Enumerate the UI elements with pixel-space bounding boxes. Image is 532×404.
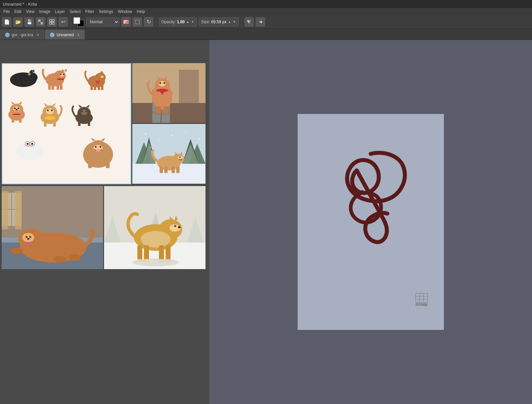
save-icon: 💾 (27, 19, 32, 25)
right-pane[interactable]: 123456 (209, 40, 532, 404)
svg-point-170 (175, 225, 176, 226)
svg-point-24 (63, 74, 64, 75)
color-swatches[interactable] (73, 17, 84, 27)
svg-rect-94 (179, 70, 199, 103)
svg-rect-18 (48, 84, 51, 90)
svg-rect-65 (78, 121, 80, 126)
title-text: Unnamed * - Krita (3, 2, 37, 7)
refresh-button[interactable]: ↻ (144, 17, 153, 27)
menu-view[interactable]: View (24, 9, 37, 15)
size-group: Size: 69.59 px ▲ ▼ (199, 18, 239, 26)
transform-icon (135, 19, 140, 25)
svg-marker-6 (249, 20, 251, 24)
menu-filter[interactable]: Filter (83, 9, 96, 15)
svg-point-130 (159, 140, 160, 141)
svg-rect-89 (88, 163, 92, 168)
svg-rect-20 (57, 84, 59, 90)
photo-snowy-forest-svg (132, 124, 205, 184)
menu-window[interactable]: Window (116, 9, 134, 15)
tab-unnamed-close[interactable]: × (77, 33, 80, 37)
transform-button[interactable] (133, 17, 142, 27)
menu-edit[interactable]: Edit (12, 9, 23, 15)
photo-shiba-standing (132, 63, 205, 123)
tab-gor-close[interactable]: × (37, 33, 39, 37)
svg-point-64 (85, 111, 87, 112)
svg-point-62 (81, 110, 87, 115)
svg-rect-128 (176, 166, 180, 173)
svg-rect-90 (106, 163, 110, 168)
menu-help[interactable]: Help (135, 9, 147, 15)
svg-point-157 (53, 256, 66, 262)
svg-rect-59 (53, 122, 56, 127)
toolbar: 📄 📂 💾 ↩ Normal (0, 15, 532, 29)
svg-rect-31 (94, 85, 96, 90)
new-document-button[interactable]: 📄 (2, 17, 11, 27)
blend-mode-select[interactable]: Normal (86, 18, 119, 26)
menu-image[interactable]: Image (37, 9, 52, 15)
svg-point-168 (178, 226, 181, 228)
svg-rect-0 (50, 20, 52, 22)
krita-drawing-canvas[interactable]: 123456 (298, 114, 444, 330)
mirror-horizontal-button[interactable] (244, 17, 254, 27)
svg-rect-3 (52, 22, 54, 24)
tab-gor-icon (5, 33, 10, 37)
pattern-button[interactable] (36, 17, 45, 27)
svg-rect-66 (88, 121, 90, 126)
save-button[interactable]: 💾 (25, 17, 34, 27)
tab-gor-kra[interactable]: gor - gor.kra × (0, 30, 44, 40)
svg-point-154 (30, 236, 31, 237)
svg-point-135 (194, 147, 195, 148)
svg-point-124 (179, 156, 181, 158)
opacity-up-spinner[interactable]: ▲ (186, 20, 190, 24)
svg-point-78 (27, 143, 29, 145)
foreground-color-swatch[interactable] (73, 17, 80, 24)
brush-stroke-drawing: 123456 (298, 114, 444, 330)
svg-point-34 (100, 75, 104, 78)
grid-icon (49, 19, 55, 25)
svg-rect-177 (166, 245, 171, 260)
open-button[interactable]: 📂 (13, 17, 23, 27)
svg-point-47 (15, 110, 18, 112)
size-down-spinner[interactable]: ▼ (232, 20, 236, 24)
svg-point-156 (11, 248, 23, 254)
svg-marker-8 (259, 21, 262, 23)
grid-button[interactable] (47, 17, 57, 27)
svg-rect-141 (15, 191, 22, 229)
open-icon: 📂 (15, 19, 21, 25)
undo-button[interactable]: ↩ (59, 17, 68, 27)
svg-text:123456: 123456 (416, 304, 422, 306)
photo-akita-snow-svg (104, 186, 205, 269)
svg-rect-33 (101, 85, 103, 90)
svg-point-134 (150, 147, 151, 148)
svg-rect-4 (135, 20, 139, 24)
menu-layer[interactable]: Layer (53, 9, 67, 15)
svg-point-108 (152, 110, 172, 115)
svg-point-23 (60, 74, 62, 75)
menu-select[interactable]: Select (67, 9, 82, 15)
svg-rect-2 (50, 22, 52, 24)
svg-rect-21 (60, 84, 63, 90)
toolbar-separator-3 (241, 18, 242, 26)
new-doc-icon: 📄 (4, 19, 10, 25)
size-value[interactable]: 69.59 px (211, 20, 226, 24)
svg-point-84 (95, 146, 97, 148)
svg-point-121 (178, 156, 183, 160)
svg-point-13 (28, 73, 31, 75)
arrow-button[interactable] (256, 17, 265, 27)
svg-rect-1 (52, 20, 54, 22)
menu-bar: File Edit View Image Layer Select Filter… (0, 8, 532, 15)
refresh-icon: ↻ (147, 19, 151, 25)
opacity-down-spinner[interactable]: ▼ (191, 20, 195, 24)
size-up-spinner[interactable]: ▲ (227, 20, 231, 24)
svg-point-63 (81, 111, 83, 112)
menu-settings[interactable]: Settings (97, 9, 115, 15)
eraser-button[interactable] (121, 17, 131, 27)
svg-point-182 (132, 258, 179, 266)
svg-point-107 (166, 91, 173, 95)
opacity-value[interactable]: 1.00 (177, 20, 185, 24)
content-area: 123456 (0, 40, 532, 404)
menu-file[interactable]: File (1, 9, 12, 15)
svg-rect-30 (90, 85, 93, 90)
svg-point-152 (29, 236, 31, 238)
tab-unnamed[interactable]: Unnamed × (45, 30, 85, 40)
